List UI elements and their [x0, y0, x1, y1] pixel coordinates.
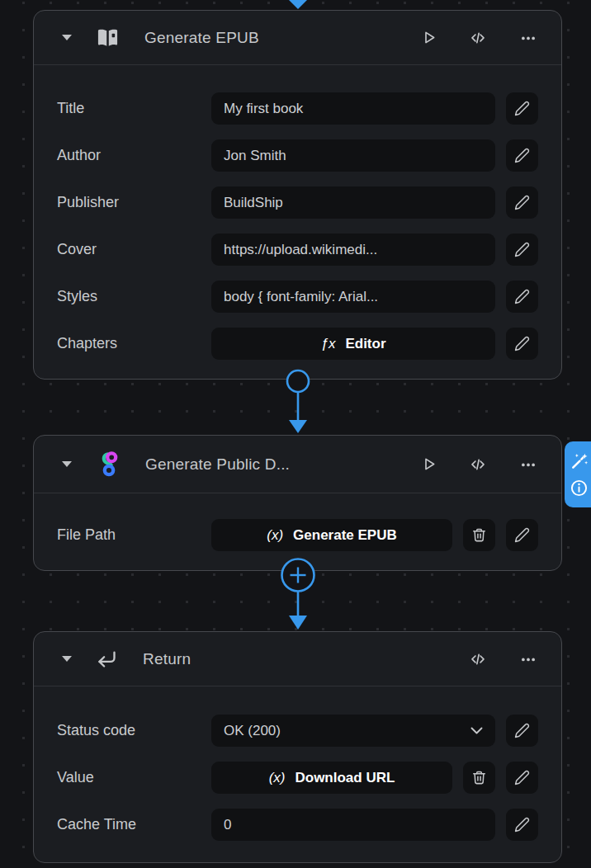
node-return: Return Status code OK (200) Value: [33, 631, 562, 863]
node-title: Generate Public D...: [145, 455, 290, 474]
open-book-icon: [95, 26, 121, 50]
field-row-file-path: File Path (x) Generate EPUB: [57, 519, 538, 551]
variable-chip-file-path[interactable]: (x) Generate EPUB: [211, 519, 452, 551]
field-label: Value: [57, 769, 201, 786]
field-label: Cache Time: [57, 816, 201, 833]
node-title: Generate EPUB: [144, 29, 259, 47]
field-label: Title: [57, 100, 201, 117]
field-label: Author: [57, 147, 201, 164]
delete-button[interactable]: [463, 762, 495, 794]
node-header: Generate Public D...: [34, 436, 561, 493]
node-header: Return: [34, 632, 561, 686]
variable-chip-value[interactable]: (x) Download URL: [211, 762, 452, 794]
code-icon[interactable]: [468, 650, 488, 668]
node-title: Return: [143, 650, 191, 668]
edit-button[interactable]: [506, 234, 538, 266]
author-input[interactable]: Jon Smith: [211, 139, 495, 172]
collapse-caret-icon[interactable]: [62, 35, 72, 40]
field-label: Publisher: [57, 194, 201, 211]
node-generate-epub: Generate EPUB Title My first book Author…: [33, 10, 562, 380]
title-input[interactable]: My first book: [211, 92, 495, 125]
styles-input[interactable]: body { font-family: Arial...: [211, 281, 495, 313]
magic-wand-icon[interactable]: [570, 452, 589, 471]
field-row-cache-time: Cache Time 0: [57, 809, 538, 841]
field-label: Cover: [57, 241, 201, 258]
more-icon[interactable]: [518, 650, 538, 668]
node-body: Title My first book Author Jon Smith Pub…: [34, 65, 561, 381]
node-header: Generate EPUB: [34, 11, 561, 65]
field-row-chapters: Chapters ƒx Editor: [57, 328, 538, 360]
more-icon[interactable]: [518, 455, 538, 473]
return-arrow-icon: [95, 648, 119, 670]
node-side-toolbar: [565, 441, 591, 507]
edit-button[interactable]: [506, 186, 538, 219]
status-code-select[interactable]: OK (200): [211, 715, 495, 747]
add-node-plus-arrow-node2-to-node3[interactable]: [279, 557, 317, 630]
fx-editor-button[interactable]: ƒx Editor: [211, 328, 495, 360]
code-icon[interactable]: [468, 455, 488, 473]
field-row-value: Value (x) Download URL: [57, 762, 538, 794]
buildship-gradient-icon: [95, 450, 121, 479]
field-label: Status code: [57, 722, 201, 739]
edit-button[interactable]: [506, 519, 538, 551]
cache-time-input[interactable]: 0: [211, 809, 495, 841]
info-icon[interactable]: [570, 479, 589, 498]
edit-button[interactable]: [506, 281, 538, 313]
variable-icon: (x): [267, 527, 283, 544]
collapse-caret-icon[interactable]: [62, 461, 72, 467]
fx-icon: ƒx: [320, 336, 335, 352]
node-body: Status code OK (200) Value (x) Download …: [34, 686, 561, 862]
arrow-into-node-1: [288, 0, 308, 9]
code-icon[interactable]: [468, 29, 488, 46]
cover-input[interactable]: https://upload.wikimedi...: [211, 234, 495, 266]
variable-icon: (x): [269, 770, 286, 786]
field-row-publisher: Publisher BuildShip: [57, 186, 538, 219]
edit-button[interactable]: [506, 139, 538, 172]
field-row-author: Author Jon Smith: [57, 139, 538, 172]
field-row-status-code: Status code OK (200): [57, 715, 538, 747]
header-actions: [420, 29, 538, 46]
edit-button[interactable]: [506, 762, 538, 794]
edit-button[interactable]: [506, 715, 538, 747]
edit-button[interactable]: [506, 809, 538, 841]
collapse-caret-icon[interactable]: [62, 656, 72, 662]
field-row-title: Title My first book: [57, 92, 538, 125]
chevron-down-icon: [470, 727, 483, 734]
field-label: File Path: [57, 526, 201, 544]
node-generate-public-download: Generate Public D... File Path (x) Gener…: [33, 435, 562, 571]
publisher-input[interactable]: BuildShip: [211, 186, 495, 219]
more-icon[interactable]: [518, 29, 538, 46]
field-label: Styles: [57, 288, 201, 305]
field-row-styles: Styles body { font-family: Arial...: [57, 281, 538, 313]
port-circle-arrow-node1-to-node2[interactable]: [282, 368, 314, 434]
play-icon[interactable]: [420, 29, 437, 46]
header-actions: [420, 455, 538, 473]
play-icon[interactable]: [420, 455, 437, 473]
edit-button[interactable]: [506, 328, 538, 360]
header-actions: [468, 650, 538, 668]
delete-button[interactable]: [463, 519, 495, 551]
edit-button[interactable]: [506, 92, 538, 125]
field-label: Chapters: [57, 335, 201, 352]
field-row-cover: Cover https://upload.wikimedi...: [57, 234, 538, 266]
